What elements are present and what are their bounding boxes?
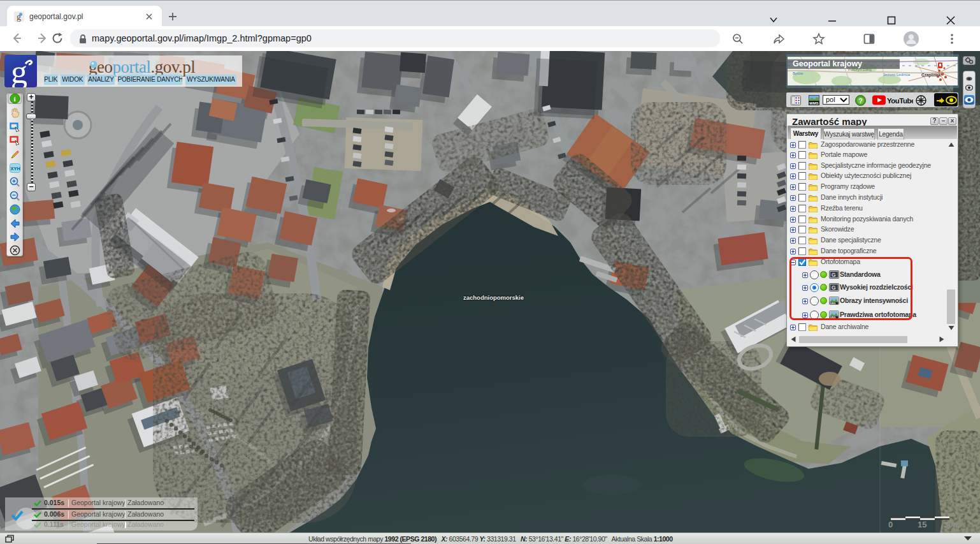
- svg-text:XYH: XYH: [11, 166, 20, 172]
- svg-text:WMS: WMS: [809, 101, 819, 105]
- svg-text:?: ?: [859, 98, 863, 105]
- svg-text:Bytów: Bytów: [793, 71, 803, 75]
- svg-text:Jezioro Lednica: Jezioro Lednica: [883, 73, 911, 77]
- svg-text:g: g: [11, 55, 27, 87]
- svg-text:i: i: [14, 95, 16, 103]
- svg-text:YouTube: YouTube: [887, 97, 913, 105]
